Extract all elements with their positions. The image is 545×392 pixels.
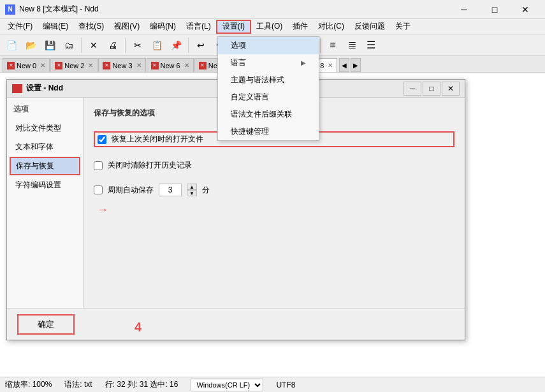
minimize-button[interactable]: ─ (449, 0, 479, 19)
save-all-button[interactable]: 🗂 (60, 36, 78, 54)
status-encoding: UTF8 (276, 381, 295, 389)
tab-icon-new3: ✕ (103, 62, 110, 69)
settings-dropdown: 选项 语言 ▶ 主题与语法样式 自定义语言 语法文件后缀关联 快捷键管理 (217, 36, 319, 141)
cut-button[interactable]: ✂ (129, 36, 147, 54)
app-icon: N (5, 4, 15, 15)
print-icon: 🖨 (108, 40, 117, 50)
toolbar-separator-1 (81, 38, 82, 53)
tab-scroll-right[interactable]: ▶ (351, 58, 361, 72)
submenu-arrow: ▶ (301, 59, 306, 66)
restore-files-label[interactable]: 恢复上次关闭时的打开文件 (112, 134, 203, 145)
save-all-icon: 🗂 (64, 40, 73, 50)
menu-settings[interactable]: 设置(I) 选项 语言 ▶ 主题与语法样式 自定义语言 语法文件后缀关联 快捷键… (216, 20, 251, 34)
maximize-button[interactable]: □ (480, 0, 509, 19)
sidebar-header: 选项 (10, 103, 80, 116)
menu-tools[interactable]: 工具(O) (251, 20, 287, 34)
sidebar-char-encoding[interactable]: 字符编码设置 (10, 177, 80, 194)
menu-edit[interactable]: 编辑(E) (38, 20, 73, 34)
sidebar-compare-types[interactable]: 对比文件类型 (10, 120, 80, 137)
menu-feedback[interactable]: 反馈问题 (349, 20, 390, 34)
clear-history-checkbox[interactable] (94, 161, 103, 170)
dialog-icon (12, 84, 22, 93)
menu-find[interactable]: 查找(S) (73, 20, 109, 34)
dialog-controls: ─ □ ✕ (403, 82, 460, 96)
undo-icon: ↩ (197, 40, 205, 50)
new-file-button[interactable]: 📄 (3, 36, 20, 54)
tab-close-new3[interactable]: ✕ (136, 62, 142, 69)
menu-file[interactable]: 文件(F) (3, 20, 38, 34)
dialog-footer: 确定 4 (7, 308, 465, 340)
dialog-sidebar: 选项 对比文件类型 文本和字体 保存与恢复 字符编码设置 (7, 98, 84, 308)
dropdown-syntax-assoc[interactable]: 语法文件后缀关联 (218, 106, 319, 123)
window-title: New 8 [文本模式] - Ndd (19, 4, 449, 15)
tab-close-new8[interactable]: ✕ (328, 62, 333, 69)
status-zoom: 缩放率: 100% (5, 379, 52, 390)
status-position: 行: 32 列: 31 选中: 16 (105, 379, 178, 390)
dialog-close[interactable]: ✕ (442, 82, 460, 96)
cut-icon: ✂ (134, 40, 142, 50)
annotation-4: 4 (134, 320, 142, 335)
title-bar: N New 8 [文本模式] - Ndd ─ □ ✕ (0, 0, 545, 19)
open-icon: 📂 (25, 40, 36, 50)
auto-save-number[interactable] (159, 184, 182, 196)
copy-icon: 📋 (152, 40, 163, 50)
tab-new0[interactable]: ✕ New 0 ✕ (3, 58, 50, 72)
tab-close-new0[interactable]: ✕ (40, 62, 45, 69)
menu-view[interactable]: 视图(V) (109, 20, 145, 34)
sidebar-save-restore[interactable]: 保存与恢复 (10, 157, 80, 175)
line-ending-select[interactable]: Windows(CR LF) Unix(LF) Mac(CR) (191, 379, 263, 391)
menu-compare[interactable]: 对比(C) (313, 20, 349, 34)
paste-button[interactable]: 📌 (167, 36, 185, 54)
dialog-minimize[interactable]: ─ (403, 82, 421, 96)
tab-icon-new5: ✕ (199, 62, 207, 69)
close-button-tb[interactable]: ✕ (85, 36, 103, 54)
tab-new3[interactable]: ✕ New 3 ✕ (98, 58, 145, 72)
undo-button[interactable]: ↩ (192, 36, 210, 54)
dialog-title: 设置 - Ndd (26, 83, 403, 94)
menu-bar: 文件(F) 编辑(E) 查找(S) 视图(V) 编码(N) 语言(L) 设置(I… (0, 19, 545, 34)
menu-about[interactable]: 关于 (390, 20, 416, 34)
auto-save-checkbox[interactable] (94, 185, 103, 194)
tab-close-new6[interactable]: ✕ (184, 62, 189, 69)
dropdown-hotkeys[interactable]: 快捷键管理 (218, 123, 319, 140)
toolbar-separator-2 (125, 38, 126, 53)
clear-history-row: 关闭时清除打开历史记录 (94, 160, 454, 171)
restore-files-checkbox[interactable] (98, 135, 106, 144)
toolbar-separator-6 (320, 38, 321, 53)
status-syntax: 语法: txt (64, 379, 92, 390)
copy-button[interactable]: 📋 (148, 36, 166, 54)
spin-down-button[interactable]: ▼ (187, 190, 197, 196)
status-bar: 缩放率: 100% 语法: txt 行: 32 列: 31 选中: 16 Win… (0, 377, 545, 392)
spin-up-button[interactable]: ▲ (187, 184, 197, 190)
menu-encoding[interactable]: 编码(N) (145, 20, 181, 34)
tab-icon-new2: ✕ (55, 62, 62, 69)
dialog-maximize[interactable]: □ (423, 82, 440, 96)
menu-plugins[interactable]: 插件 (287, 20, 313, 34)
tab-close-new2[interactable]: ✕ (88, 62, 93, 69)
print-button[interactable]: 🖨 (104, 36, 122, 54)
dropdown-language[interactable]: 语言 ▶ (218, 54, 319, 71)
auto-save-label[interactable]: 周期自动保存 (108, 185, 154, 196)
dropdown-theme[interactable]: 主题与语法样式 (218, 71, 319, 89)
tab-scroll-left[interactable]: ◀ (339, 58, 349, 72)
tab-icon-new6: ✕ (151, 62, 159, 69)
dropdown-options[interactable]: 选项 (218, 37, 319, 54)
menu-language[interactable]: 语言(L) (181, 20, 216, 34)
sidebar-text-fonts[interactable]: 文本和字体 (10, 138, 80, 156)
close-tb-icon: ✕ (90, 40, 98, 50)
tab-new6[interactable]: ✕ New 6 ✕ (147, 58, 194, 72)
save-button[interactable]: 💾 (41, 36, 59, 54)
close-button[interactable]: ✕ (511, 0, 540, 19)
auto-save-row: 周期自动保存 ▲ ▼ 分 (94, 184, 454, 196)
align-left-button[interactable]: ≡ (324, 36, 342, 54)
format-button[interactable]: ☰ (362, 36, 380, 54)
toolbar-separator-3 (188, 38, 189, 53)
auto-save-suffix: 分 (202, 185, 210, 196)
tab-icon-new0: ✕ (7, 62, 15, 69)
open-file-button[interactable]: 📂 (22, 36, 40, 54)
align-right-button[interactable]: ≣ (343, 36, 361, 54)
tab-new2[interactable]: ✕ New 2 ✕ (50, 58, 98, 72)
ok-button[interactable]: 确定 (17, 314, 75, 335)
dropdown-custom-lang[interactable]: 自定义语言 (218, 89, 319, 106)
clear-history-label[interactable]: 关闭时清除打开历史记录 (108, 160, 192, 171)
